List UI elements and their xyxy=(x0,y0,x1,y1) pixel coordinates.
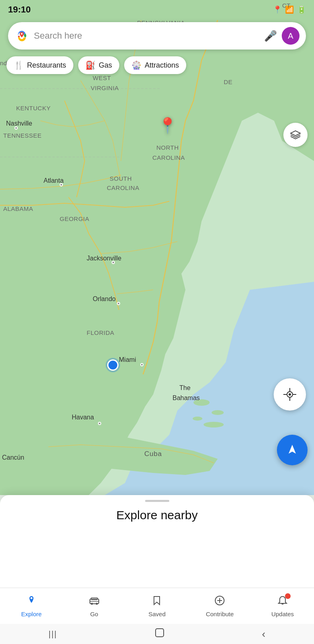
category-pill-restaurants[interactable]: 🍴 Restaurants xyxy=(6,56,73,74)
svg-point-18 xyxy=(91,603,93,605)
user-avatar[interactable]: A xyxy=(282,27,299,45)
svg-point-3 xyxy=(204,422,224,427)
explore-nearby-title: Explore nearby xyxy=(0,508,314,522)
saved-location-marker[interactable]: 📍 xyxy=(158,117,177,134)
status-icons: 📍 📶 🔋 xyxy=(273,5,306,14)
android-home-button[interactable] xyxy=(154,627,165,640)
status-bar: 19:10 📍 📶 🔋 xyxy=(0,0,314,19)
svg-point-8 xyxy=(21,33,23,35)
location-status-icon: 📍 xyxy=(273,5,282,14)
contribute-label: Contribute xyxy=(206,611,234,617)
wifi-icon: 📶 xyxy=(285,5,294,14)
restaurants-icon: 🍴 xyxy=(14,60,24,70)
go-label: Go xyxy=(90,611,98,617)
nav-item-go[interactable]: Go xyxy=(78,595,110,617)
nav-item-updates[interactable]: Updates xyxy=(266,595,299,617)
category-pills: 🍴 Restaurants ⛽ Gas 🎡 Attractions xyxy=(6,56,308,74)
navigate-button[interactable] xyxy=(277,435,308,465)
svg-point-4 xyxy=(193,417,202,421)
category-pill-gas[interactable]: ⛽ Gas xyxy=(78,56,119,74)
saved-label: Saved xyxy=(148,611,166,617)
explore-label: Explore xyxy=(21,611,42,617)
nav-item-contribute[interactable]: Contribute xyxy=(204,595,236,617)
contribute-icon xyxy=(214,595,225,609)
bottom-sheet-handle xyxy=(145,500,169,502)
gas-icon: ⛽ xyxy=(85,60,96,70)
city-dot-jacksonville xyxy=(112,261,115,264)
search-input[interactable]: Search here xyxy=(34,31,259,41)
nav-item-saved[interactable]: Saved xyxy=(141,595,173,617)
go-icon xyxy=(89,595,100,609)
explore-icon xyxy=(26,595,37,609)
my-location-button[interactable] xyxy=(274,378,306,411)
city-dot-nashville xyxy=(15,126,18,130)
google-logo xyxy=(15,29,29,43)
user-location-dot xyxy=(107,359,119,371)
city-dot-atlanta xyxy=(60,183,63,186)
category-pill-attractions[interactable]: 🎡 Attractions xyxy=(124,56,186,74)
bottom-nav: Explore Go Saved xyxy=(0,588,314,624)
updates-icon xyxy=(277,595,288,609)
updates-label: Updates xyxy=(271,611,294,617)
svg-point-1 xyxy=(193,399,210,406)
city-dot-havana xyxy=(98,422,101,425)
map-container[interactable]: PENNSYLVANIA WEST VIRGINIA DE KENTUCKY N… xyxy=(0,0,314,495)
android-nav: ||| ‹ xyxy=(0,624,314,644)
svg-point-19 xyxy=(96,603,98,605)
svg-rect-24 xyxy=(156,629,164,637)
battery-icon: 🔋 xyxy=(297,5,306,14)
city-dot-orlando xyxy=(117,302,120,305)
svg-point-15 xyxy=(30,597,32,599)
svg-point-2 xyxy=(212,410,224,415)
attractions-label: Attractions xyxy=(145,61,179,70)
layer-button[interactable] xyxy=(283,123,308,147)
search-bar[interactable]: Search here 🎤 A xyxy=(8,22,306,50)
bottom-sheet[interactable]: Explore nearby xyxy=(0,495,314,596)
android-back-button[interactable]: ‹ xyxy=(262,628,266,640)
city-dot-miami xyxy=(140,363,143,366)
nav-item-explore[interactable]: Explore xyxy=(15,595,48,617)
saved-icon xyxy=(151,595,162,609)
microphone-icon[interactable]: 🎤 xyxy=(264,30,277,42)
my-location-icon xyxy=(283,387,297,402)
svg-point-14 xyxy=(289,393,291,396)
gas-label: Gas xyxy=(99,61,112,70)
layers-icon xyxy=(290,129,301,140)
navigate-icon xyxy=(285,442,300,458)
updates-badge xyxy=(285,593,291,599)
android-recents-button[interactable]: ||| xyxy=(48,630,57,639)
restaurants-label: Restaurants xyxy=(27,61,66,70)
attractions-icon: 🎡 xyxy=(131,60,141,70)
status-time: 19:10 xyxy=(8,4,31,15)
